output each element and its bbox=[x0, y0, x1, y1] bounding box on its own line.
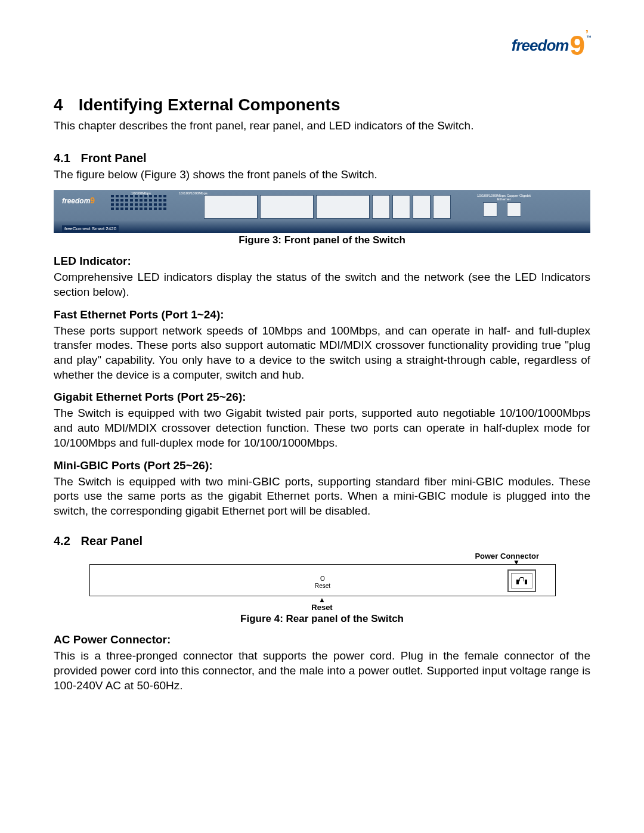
section-number: 4.1 bbox=[54, 151, 78, 165]
fp-ports-1-8 bbox=[204, 195, 258, 219]
chapter-intro: This chapter describes the front panel, … bbox=[54, 118, 590, 134]
fe-text: These ports support network speeds of 10… bbox=[54, 324, 590, 383]
fp-logo: freedom9 bbox=[62, 195, 95, 206]
led-text: Comprehensive LED indicators display the… bbox=[54, 270, 590, 299]
figure-4-rear-panel: Power Connector ▼ O Reset ▲ Reset bbox=[89, 552, 555, 612]
power-connector-label: Power Connector bbox=[89, 552, 555, 561]
section-title: Rear Panel bbox=[81, 534, 143, 547]
fp-sfp-1 bbox=[372, 195, 390, 219]
ac-text: This is a three-pronged connector that s… bbox=[54, 649, 590, 693]
reset-hole-icon: O bbox=[320, 575, 325, 582]
fp-sfp-4 bbox=[433, 195, 451, 219]
logo-tm: ™ bbox=[586, 35, 592, 41]
reset-label: Reset bbox=[315, 583, 330, 589]
logo-brand-text: freedom bbox=[512, 36, 569, 55]
fp-led-array bbox=[111, 195, 200, 212]
gbic-heading: Mini-GBIC Ports (Port 25~26): bbox=[54, 459, 590, 472]
fp-gig-port-25 bbox=[483, 202, 497, 216]
ge-heading: Gigabit Ethernet Ports (Port 25~26): bbox=[54, 391, 590, 404]
figure-3-caption: Figure 3: Front panel of the Switch bbox=[54, 234, 590, 246]
chapter-number: 4 bbox=[54, 95, 74, 114]
logo-nine-icon: 9’ bbox=[569, 36, 585, 55]
fp-gig-port-26 bbox=[507, 202, 521, 216]
section-4-1-lead: The figure below (Figure 3) shows the fr… bbox=[54, 168, 590, 182]
chapter-heading: 4 Identifying External Components bbox=[54, 95, 590, 114]
led-heading: LED Indicator: bbox=[54, 255, 590, 268]
document-page: freedom9’™ 4 Identifying External Compon… bbox=[0, 0, 644, 833]
section-title: Front Panel bbox=[81, 151, 147, 165]
section-4-2-heading: 4.2 Rear Panel bbox=[54, 534, 590, 548]
fp-sfp-2 bbox=[392, 195, 410, 219]
fe-heading: Fast Ethernet Ports (Port 1~24): bbox=[54, 308, 590, 321]
reset-label-below: Reset bbox=[89, 603, 555, 612]
figure-3-front-panel: freedom9 freeConnect Smart 2420 10/100Mb… bbox=[54, 190, 590, 233]
fp-ports-17-24 bbox=[316, 195, 370, 219]
section-number: 4.2 bbox=[54, 534, 78, 548]
chapter-title: Identifying External Components bbox=[79, 95, 340, 114]
fp-model-label: freeConnect Smart 2420 bbox=[62, 225, 119, 232]
gbic-text: The Switch is equipped with two mini-GBI… bbox=[54, 475, 590, 519]
figure-4-caption: Figure 4: Rear panel of the Switch bbox=[54, 613, 590, 625]
section-4-1-heading: 4.1 Front Panel bbox=[54, 151, 590, 165]
fp-ports-9-16 bbox=[260, 195, 314, 219]
power-connector-icon bbox=[507, 569, 536, 592]
rear-panel-box: O Reset bbox=[89, 564, 556, 596]
fp-sfp-3 bbox=[413, 195, 431, 219]
arrow-up-icon: ▲ bbox=[89, 597, 555, 603]
ge-text: The Switch is equipped with two Gigabit … bbox=[54, 406, 590, 450]
fp-gig-label: 10/100/1000Mbps Copper Gigabit Ethernet bbox=[471, 194, 537, 201]
brand-logo: freedom9’™ bbox=[512, 36, 590, 55]
ac-heading: AC Power Connector: bbox=[54, 633, 590, 646]
